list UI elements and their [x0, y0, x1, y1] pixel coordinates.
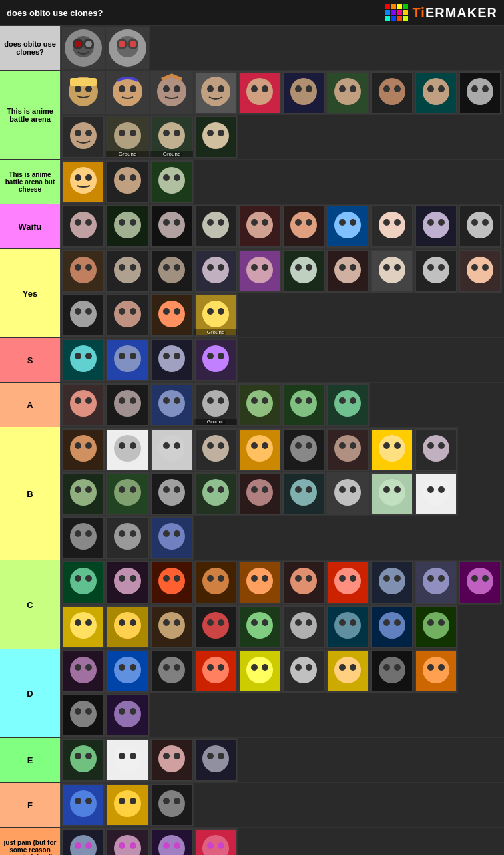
- char-slot[interactable]: [238, 472, 282, 516]
- char-slot[interactable]: [105, 249, 150, 293]
- char-slot[interactable]: Ground: [194, 383, 238, 427]
- char-slot[interactable]: [105, 472, 150, 516]
- char-slot[interactable]: [194, 428, 238, 472]
- char-slot[interactable]: [238, 249, 282, 293]
- char-slot[interactable]: [194, 338, 238, 382]
- char-slot[interactable]: [150, 204, 194, 248]
- char-slot[interactable]: [458, 560, 502, 605]
- char-slot[interactable]: [150, 338, 194, 382]
- char-slot[interactable]: [370, 249, 414, 293]
- char-slot[interactable]: [61, 71, 105, 115]
- char-slot[interactable]: [414, 204, 458, 248]
- char-slot[interactable]: [238, 605, 282, 649]
- char-slot[interactable]: [414, 649, 458, 693]
- char-slot[interactable]: [105, 560, 150, 605]
- char-slot[interactable]: [61, 783, 105, 827]
- char-slot[interactable]: [326, 605, 370, 649]
- char-slot[interactable]: [370, 472, 414, 516]
- char-slot[interactable]: [326, 560, 370, 605]
- char-slot[interactable]: [105, 649, 150, 693]
- char-slot[interactable]: [61, 204, 105, 248]
- char-slot[interactable]: [238, 560, 282, 605]
- char-slot[interactable]: [61, 649, 105, 693]
- char-slot[interactable]: [150, 516, 194, 560]
- char-slot[interactable]: [150, 649, 194, 693]
- char-slot[interactable]: [194, 71, 238, 115]
- char-slot[interactable]: [61, 115, 105, 159]
- char-slot[interactable]: [238, 204, 282, 248]
- char-slot[interactable]: [194, 249, 238, 293]
- char-slot[interactable]: [61, 338, 105, 382]
- char-slot[interactable]: [61, 605, 105, 649]
- char-slot[interactable]: [150, 383, 194, 427]
- char-slot[interactable]: [61, 26, 105, 70]
- char-slot[interactable]: [150, 293, 194, 337]
- char-slot[interactable]: [61, 383, 105, 427]
- char-slot[interactable]: [150, 783, 194, 827]
- char-slot[interactable]: [105, 605, 150, 649]
- char-slot[interactable]: [61, 516, 105, 560]
- char-slot[interactable]: [282, 383, 326, 427]
- char-slot[interactable]: Ground: [194, 828, 238, 855]
- char-slot[interactable]: [282, 428, 326, 472]
- char-slot[interactable]: [370, 605, 414, 649]
- char-slot[interactable]: [326, 649, 370, 693]
- char-slot[interactable]: [61, 738, 105, 782]
- char-slot[interactable]: [238, 428, 282, 472]
- char-slot[interactable]: [61, 828, 105, 855]
- char-slot[interactable]: Ground: [105, 115, 150, 159]
- char-slot[interactable]: [194, 204, 238, 248]
- char-slot[interactable]: [194, 115, 238, 159]
- char-slot[interactable]: [61, 428, 105, 472]
- char-slot[interactable]: Ground: [194, 293, 238, 337]
- char-slot[interactable]: [414, 249, 458, 293]
- char-slot[interactable]: [458, 249, 502, 293]
- char-slot[interactable]: [194, 649, 238, 693]
- char-slot[interactable]: [282, 605, 326, 649]
- char-slot[interactable]: [105, 204, 150, 248]
- char-slot[interactable]: [326, 71, 370, 115]
- char-slot[interactable]: [150, 249, 194, 293]
- char-slot[interactable]: [150, 560, 194, 605]
- char-slot[interactable]: [61, 560, 105, 605]
- char-slot[interactable]: [61, 472, 105, 516]
- char-slot[interactable]: [61, 249, 105, 293]
- char-slot[interactable]: [370, 428, 414, 472]
- char-slot[interactable]: [150, 605, 194, 649]
- char-slot[interactable]: [105, 26, 150, 70]
- char-slot[interactable]: [150, 160, 194, 204]
- char-slot[interactable]: Ground: [150, 115, 194, 159]
- char-slot[interactable]: [326, 383, 370, 427]
- char-slot[interactable]: [326, 249, 370, 293]
- char-slot[interactable]: [105, 383, 150, 427]
- char-slot[interactable]: [150, 428, 194, 472]
- char-slot[interactable]: [105, 828, 150, 855]
- char-slot[interactable]: [238, 383, 282, 427]
- char-slot[interactable]: [105, 783, 150, 827]
- char-slot[interactable]: [326, 428, 370, 472]
- char-slot[interactable]: [370, 560, 414, 605]
- char-slot[interactable]: [326, 204, 370, 248]
- char-slot[interactable]: [282, 71, 326, 115]
- char-slot[interactable]: [105, 516, 150, 560]
- char-slot[interactable]: [238, 649, 282, 693]
- char-slot[interactable]: [282, 560, 326, 605]
- char-slot[interactable]: [105, 71, 150, 115]
- char-slot[interactable]: [414, 71, 458, 115]
- char-slot[interactable]: [61, 160, 105, 204]
- char-slot[interactable]: [282, 649, 326, 693]
- char-slot[interactable]: [194, 738, 238, 782]
- char-slot[interactable]: [105, 293, 150, 337]
- char-slot[interactable]: [61, 293, 105, 337]
- char-slot[interactable]: [458, 71, 502, 115]
- char-slot[interactable]: [414, 472, 458, 516]
- char-slot[interactable]: [150, 472, 194, 516]
- char-slot[interactable]: [105, 693, 150, 737]
- char-slot[interactable]: [194, 560, 238, 605]
- char-slot[interactable]: [105, 160, 150, 204]
- char-slot[interactable]: [370, 71, 414, 115]
- char-slot[interactable]: [150, 828, 194, 855]
- char-slot[interactable]: [150, 71, 194, 115]
- char-slot[interactable]: [105, 338, 150, 382]
- char-slot[interactable]: [105, 428, 150, 472]
